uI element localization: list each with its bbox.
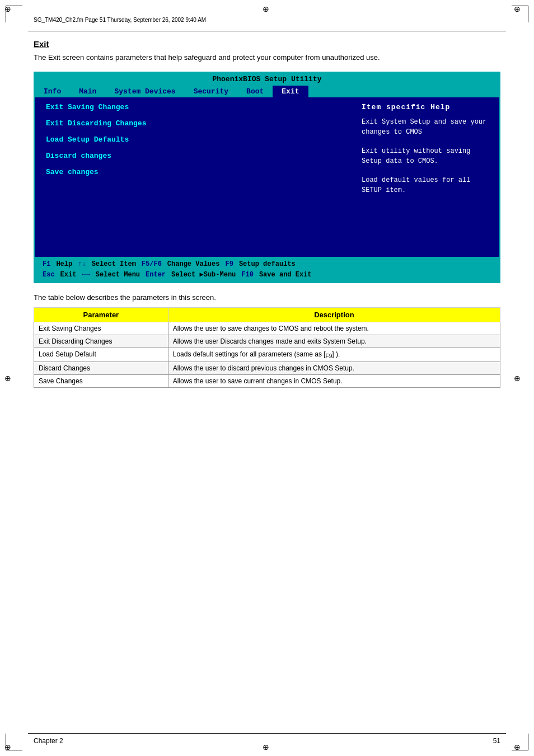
bios-menu-boot[interactable]: Boot bbox=[237, 86, 273, 97]
key-enter-select-label: Select ▶Sub-Menu bbox=[171, 270, 236, 279]
bios-help-title: Item specific Help bbox=[362, 103, 491, 111]
footer-line bbox=[28, 733, 506, 734]
bios-menu-system-devices[interactable]: System Devices bbox=[105, 86, 184, 97]
footer-chapter: Chapter 2 bbox=[34, 737, 63, 745]
key-leftright: ←→ bbox=[82, 271, 90, 279]
parameter-table: Parameter Description Exit Saving Change… bbox=[34, 307, 500, 388]
key-f10: F10 bbox=[241, 271, 254, 279]
corner-mark-tm bbox=[263, 4, 271, 13]
bios-menu-info[interactable]: Info bbox=[35, 86, 70, 97]
section-description: The Exit screen contains parameters that… bbox=[34, 53, 500, 62]
table-cell-param: Save Changes bbox=[34, 375, 168, 388]
key-f5f6: F5/F6 bbox=[142, 260, 162, 268]
bios-footer-row1: F1 Help ↑↓ Select Item F5/F6 Change Valu… bbox=[43, 260, 491, 268]
key-updown: ↑↓ bbox=[78, 260, 86, 268]
page-border-bl bbox=[6, 734, 22, 750]
bios-left-panel: Exit Saving Changes Exit Discarding Chan… bbox=[35, 97, 354, 257]
table-cell-desc: Allows the user Discards changes made an… bbox=[168, 335, 500, 348]
bios-menu-bar: Info Main System Devices Security Boot E… bbox=[35, 86, 499, 97]
key-esc: Esc bbox=[43, 271, 55, 279]
table-cell-param: Load Setup Default bbox=[34, 348, 168, 362]
table-cell-desc: Allows the user to save changes to CMOS … bbox=[168, 322, 500, 335]
key-select-item-label: Select Item bbox=[92, 260, 136, 268]
key-exit-label: Exit bbox=[60, 271, 77, 279]
table-row: Discard Changes Allows the user to disca… bbox=[34, 362, 500, 375]
table-row: Load Setup Default Loads default setting… bbox=[34, 348, 500, 362]
page-border-tl bbox=[6, 6, 22, 22]
bios-item-save-changes[interactable]: Save changes bbox=[46, 168, 343, 176]
bios-body: Exit Saving Changes Exit Discarding Chan… bbox=[35, 97, 499, 257]
bios-footer-row2: Esc Exit ←→ Select Menu Enter Select ▶Su… bbox=[43, 270, 491, 279]
key-change-values-label: Change Values bbox=[167, 260, 220, 268]
page-border-br bbox=[512, 734, 528, 750]
header-line bbox=[28, 31, 506, 31]
bios-item-exit-saving[interactable]: Exit Saving Changes bbox=[46, 103, 343, 111]
table-header-parameter: Parameter bbox=[34, 308, 168, 322]
bios-footer: F1 Help ↑↓ Select Item F5/F6 Change Valu… bbox=[35, 257, 499, 282]
footer-page: 51 bbox=[493, 737, 500, 745]
bios-menu-security[interactable]: Security bbox=[185, 86, 237, 97]
corner-mark-bm bbox=[263, 743, 271, 752]
bios-item-discard-changes[interactable]: Discard changes bbox=[46, 152, 343, 160]
key-setup-defaults-label: Setup defaults bbox=[239, 260, 296, 268]
header-text: SG_TM420_Ch2.fm Page 51 Thursday, Septem… bbox=[34, 17, 206, 23]
bios-menu-main[interactable]: Main bbox=[70, 86, 105, 97]
table-row: Exit Saving Changes Allows the user to s… bbox=[34, 322, 500, 335]
bios-menu-exit[interactable]: Exit bbox=[273, 86, 308, 97]
corner-mark-mr bbox=[514, 374, 523, 383]
table-row: Save Changes Allows the user to save cur… bbox=[34, 375, 500, 388]
page-border-tr bbox=[512, 6, 528, 22]
key-enter: Enter bbox=[146, 271, 166, 279]
table-cell-desc: Allows the user to save current changes … bbox=[168, 375, 500, 388]
bios-spacer bbox=[46, 184, 343, 251]
key-select-menu-label: Select Menu bbox=[96, 271, 140, 279]
bios-help-load-defaults: Load default values for all SETUP item. bbox=[362, 175, 491, 195]
main-content: Exit The Exit screen contains parameters… bbox=[34, 39, 500, 388]
key-f1: F1 bbox=[43, 260, 50, 268]
table-description: The table below describes the parameters… bbox=[34, 293, 500, 302]
table-cell-param: Discard Changes bbox=[34, 362, 168, 375]
key-f9: F9 bbox=[225, 260, 233, 268]
bios-item-exit-discarding[interactable]: Exit Discarding Changes bbox=[46, 119, 343, 128]
table-row: Exit Discarding Changes Allows the user … bbox=[34, 335, 500, 348]
table-cell-param: Exit Saving Changes bbox=[34, 322, 168, 335]
table-cell-param: Exit Discarding Changes bbox=[34, 335, 168, 348]
bios-title-bar: PhoenixBIOS Setup Utility bbox=[35, 73, 499, 86]
table-header-description: Description bbox=[168, 308, 500, 322]
section-title: Exit bbox=[34, 39, 500, 49]
corner-mark-ml bbox=[4, 374, 13, 383]
table-cell-desc: Loads default settings for all parameter… bbox=[168, 348, 500, 362]
key-save-exit-label: Save and Exit bbox=[259, 271, 312, 279]
key-f1-label: Help bbox=[56, 260, 72, 268]
bios-help-exit-discarding: Exit utility without saving Setup data t… bbox=[362, 146, 491, 166]
bios-right-panel: Item specific Help Exit System Setup and… bbox=[354, 97, 499, 257]
bios-help-exit-saving: Exit System Setup and save your changes … bbox=[362, 117, 491, 137]
bios-item-load-defaults[interactable]: Load Setup Defaults bbox=[46, 135, 343, 144]
table-cell-desc: Allows the user to discard previous chan… bbox=[168, 362, 500, 375]
bios-screen: PhoenixBIOS Setup Utility Info Main Syst… bbox=[34, 72, 500, 283]
